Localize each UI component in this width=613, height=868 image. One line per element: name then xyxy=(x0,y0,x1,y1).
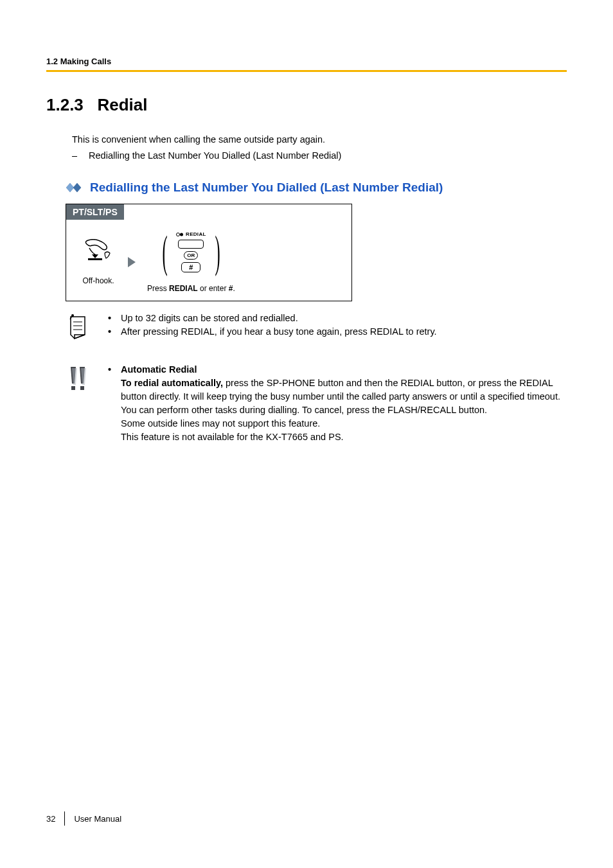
paren-left: ( xyxy=(162,238,167,265)
footer-doc-title: User Manual xyxy=(74,814,121,824)
note2-p1: To redial automatically, press the SP-PH… xyxy=(121,376,567,403)
section-number: 1.2.3 xyxy=(46,95,84,114)
svg-marker-3 xyxy=(92,254,98,258)
paren-right: ) xyxy=(215,238,220,265)
cap-pre: Press xyxy=(147,284,169,293)
note2-p4: This feature is not available for the KX… xyxy=(121,430,567,444)
step-redial-caption: Press REDIAL or enter #. xyxy=(147,284,235,293)
svg-rect-12 xyxy=(80,386,84,390)
redial-button-icon xyxy=(178,240,204,249)
cap-bold1: REDIAL xyxy=(169,284,198,293)
redial-label: REDIAL xyxy=(186,231,206,237)
subsection-title: Redialling the Last Number You Dialled (… xyxy=(90,181,443,195)
footer-divider xyxy=(64,811,65,826)
handset-icon xyxy=(80,239,116,265)
note1-bullet1: Up to 32 digits can be stored and redial… xyxy=(108,312,567,325)
note2-p2: You can perform other tasks during diall… xyxy=(121,403,567,417)
note2-p1-bold: To redial automatically, xyxy=(121,378,223,388)
cap-post: . xyxy=(233,284,235,293)
page-number: 32 xyxy=(46,814,55,824)
svg-marker-0 xyxy=(66,183,74,192)
procedure-tab: PT/SLT/PS xyxy=(66,204,124,220)
intro-text: This is convenient when calling the same… xyxy=(72,133,567,146)
note1-bullet2: After pressing REDIAL, if you hear a bus… xyxy=(108,325,567,339)
procedure-box: PT/SLT/PS xyxy=(66,204,352,301)
running-head: 1.2 Making Calls xyxy=(46,57,567,66)
svg-point-5 xyxy=(180,233,183,236)
svg-marker-1 xyxy=(73,183,81,192)
section-title: 1.2.3 Redial xyxy=(46,95,567,115)
feature-link-item: – Redialling the Last Number You Dialled… xyxy=(72,149,567,163)
page-footer: 32 User Manual xyxy=(46,811,121,826)
note2-p3: Some outside lines may not support this … xyxy=(121,417,567,430)
note2-heading-text: Automatic Redial xyxy=(121,364,197,375)
or-pill: OR xyxy=(184,251,198,260)
cap-mid: or enter xyxy=(198,284,229,293)
section-name: Redial xyxy=(98,95,148,114)
note2-heading: Automatic Redial xyxy=(108,363,567,376)
arrow-icon xyxy=(128,257,136,267)
step-redial: ( REDIAL OR # ) xyxy=(147,231,235,293)
dash: – xyxy=(72,149,77,163)
feature-link-text: Redialling the Last Number You Dialled (… xyxy=(89,149,341,163)
important-icon xyxy=(66,363,94,444)
step-offhook: Off-hook. xyxy=(80,239,116,285)
svg-rect-2 xyxy=(88,258,102,260)
redial-label-row: REDIAL xyxy=(176,231,206,237)
diamond-icon xyxy=(66,182,84,193)
svg-point-4 xyxy=(177,233,180,236)
subsection-heading: Redialling the Last Number You Dialled (… xyxy=(66,181,567,195)
note-icon xyxy=(66,312,94,341)
hash-button-icon: # xyxy=(181,262,200,272)
header-rule xyxy=(46,70,567,72)
step-offhook-caption: Off-hook. xyxy=(82,276,114,285)
svg-rect-11 xyxy=(71,386,75,390)
